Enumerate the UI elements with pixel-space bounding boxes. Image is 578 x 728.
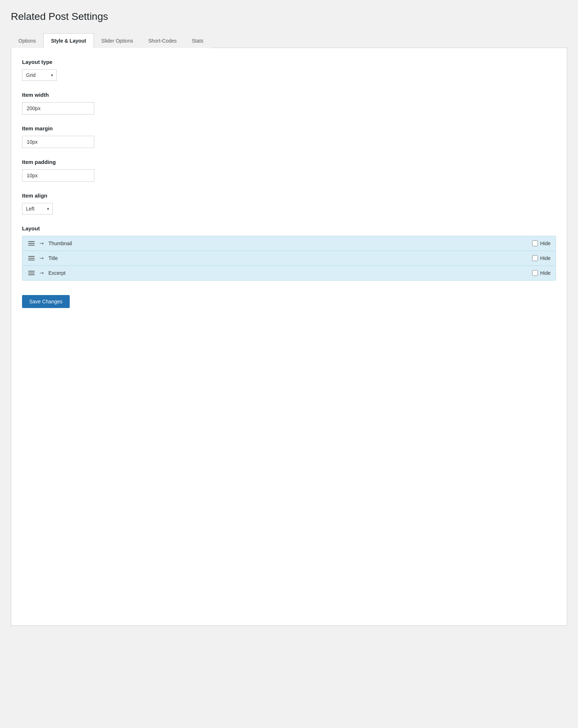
title-item-name: Title bbox=[48, 255, 532, 261]
thumbnail-hide-group: Hide bbox=[532, 240, 551, 246]
thumbnail-resize-icon: ↗ bbox=[38, 240, 46, 247]
item-align-label: Item align bbox=[22, 192, 556, 199]
tab-short-codes[interactable]: Short-Codes bbox=[141, 33, 184, 48]
save-changes-button[interactable]: Save Changes bbox=[22, 295, 70, 308]
layout-type-select-wrapper: Grid List Masonry ▼ bbox=[22, 69, 57, 81]
layout-section: Layout ↗ Thumbnail Hide bbox=[22, 225, 556, 281]
thumbnail-drag-handle[interactable] bbox=[27, 240, 35, 246]
content-panel: Layout type Grid List Masonry ▼ Item wid… bbox=[11, 48, 567, 626]
layout-item-title: ↗ Title Hide bbox=[22, 251, 556, 266]
title-resize-icon: ↗ bbox=[38, 255, 46, 262]
thumbnail-hide-label: Hide bbox=[540, 240, 551, 246]
tab-slider-options[interactable]: Slider Options bbox=[94, 33, 141, 48]
excerpt-hide-group: Hide bbox=[532, 270, 551, 276]
title-hide-group: Hide bbox=[532, 255, 551, 261]
item-padding-label: Item padding bbox=[22, 159, 556, 165]
title-hide-checkbox[interactable] bbox=[532, 255, 538, 261]
item-padding-group: Item padding bbox=[22, 159, 556, 182]
item-margin-input[interactable] bbox=[22, 136, 94, 148]
layout-type-select[interactable]: Grid List Masonry bbox=[22, 69, 57, 81]
tabs-nav: Options Style & Layout Slider Options Sh… bbox=[11, 33, 567, 48]
item-padding-input[interactable] bbox=[22, 169, 94, 182]
item-width-group: Item width bbox=[22, 92, 556, 114]
title-drag-handle[interactable] bbox=[27, 255, 35, 261]
tab-options[interactable]: Options bbox=[11, 33, 43, 48]
excerpt-item-name: Excerpt bbox=[48, 270, 532, 276]
thumbnail-hide-checkbox[interactable] bbox=[532, 240, 538, 246]
item-align-group: Item align Left Center Right ▼ bbox=[22, 192, 556, 214]
excerpt-hide-checkbox[interactable] bbox=[532, 270, 538, 276]
item-margin-group: Item margin bbox=[22, 125, 556, 148]
excerpt-resize-icon: ↗ bbox=[38, 269, 46, 277]
item-margin-label: Item margin bbox=[22, 125, 556, 131]
page-title: Related Post Settings bbox=[11, 7, 567, 26]
layout-type-label: Layout type bbox=[22, 59, 556, 65]
layout-items-list: ↗ Thumbnail Hide ↗ Title Hide bbox=[22, 236, 556, 281]
excerpt-drag-handle[interactable] bbox=[27, 270, 35, 276]
title-hide-label: Hide bbox=[540, 255, 551, 261]
item-width-label: Item width bbox=[22, 92, 556, 98]
item-align-select-wrapper: Left Center Right ▼ bbox=[22, 203, 53, 214]
item-width-input[interactable] bbox=[22, 102, 94, 114]
layout-item-thumbnail: ↗ Thumbnail Hide bbox=[22, 236, 556, 251]
layout-type-group: Layout type Grid List Masonry ▼ bbox=[22, 59, 556, 81]
item-align-select[interactable]: Left Center Right bbox=[22, 203, 53, 214]
layout-section-title: Layout bbox=[22, 225, 556, 231]
tab-style-layout[interactable]: Style & Layout bbox=[43, 33, 94, 48]
layout-item-excerpt: ↗ Excerpt Hide bbox=[22, 266, 556, 280]
tab-stats[interactable]: Stats bbox=[184, 33, 211, 48]
excerpt-hide-label: Hide bbox=[540, 270, 551, 276]
thumbnail-item-name: Thumbnail bbox=[48, 240, 532, 246]
